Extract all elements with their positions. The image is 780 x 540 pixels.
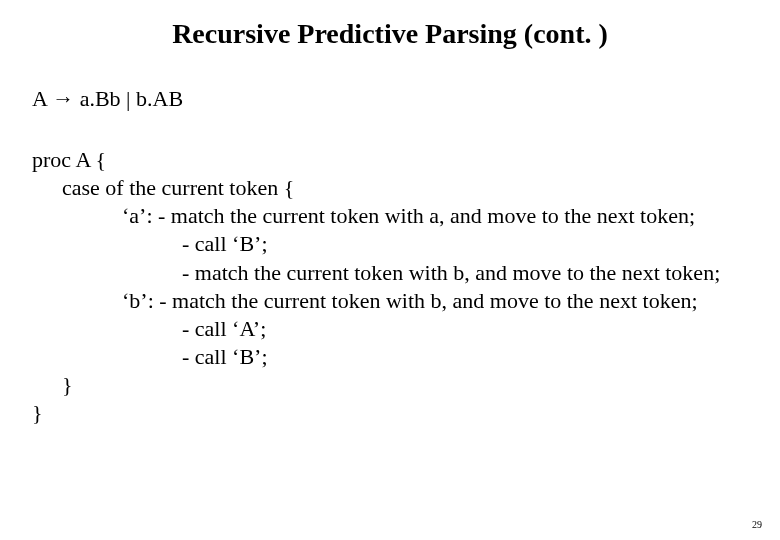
proc-line-case: case of the current token { bbox=[32, 174, 748, 202]
proc-close-outer: } bbox=[32, 399, 748, 427]
proc-case-b-step3: - call ‘B’; bbox=[32, 343, 748, 371]
proc-case-a-step2: - call ‘B’; bbox=[32, 230, 748, 258]
proc-case-b-step2: - call ‘A’; bbox=[32, 315, 748, 343]
page-number: 29 bbox=[752, 519, 762, 530]
proc-case-b-label: ‘b’: - match the current token with b, a… bbox=[32, 287, 748, 315]
proc-line-open: proc A { bbox=[32, 146, 748, 174]
proc-case-a-label: ‘a’: - match the current token with a, a… bbox=[32, 202, 748, 230]
grammar-rule: A → a.Bb | b.AB bbox=[32, 86, 748, 112]
slide-title: Recursive Predictive Parsing (cont. ) bbox=[32, 18, 748, 50]
proc-close-inner: } bbox=[32, 371, 748, 399]
procedure-block: proc A { case of the current token { ‘a’… bbox=[32, 146, 748, 428]
proc-case-a-step3: - match the current token with b, and mo… bbox=[32, 259, 748, 287]
slide: Recursive Predictive Parsing (cont. ) A … bbox=[0, 0, 780, 540]
